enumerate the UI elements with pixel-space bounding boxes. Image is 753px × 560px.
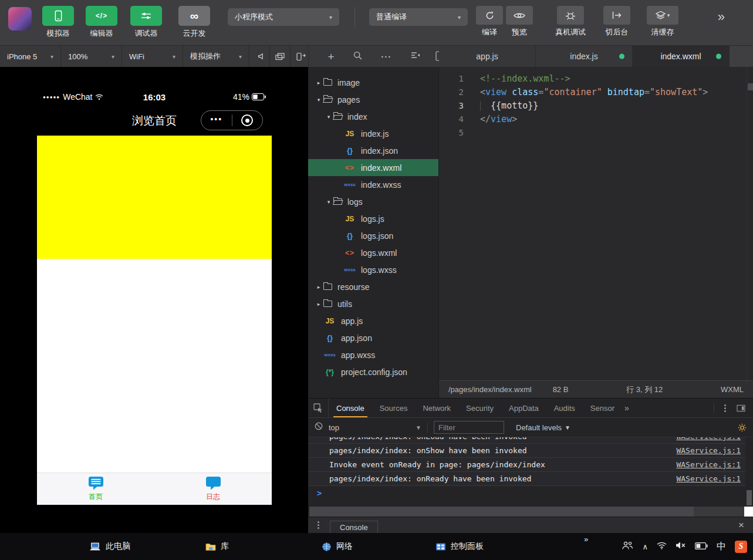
close-icon[interactable]: ×	[738, 520, 744, 530]
folder-icon	[205, 542, 216, 551]
mode-dropdown[interactable]: 小程序模式 ▾	[228, 8, 339, 26]
cloud-dev-button[interactable]: ∞ 云开发	[178, 6, 210, 39]
close-miniprogram-button[interactable]	[232, 114, 263, 126]
devtools-tab-sources[interactable]: Sources	[372, 399, 416, 417]
tree-more-button[interactable]: ···	[381, 52, 391, 62]
background-switch-button[interactable]: 切后台	[603, 6, 630, 38]
compile-mode-dropdown[interactable]: 普通编译 ▾	[369, 8, 468, 26]
toolbar-more-chevron[interactable]: »	[718, 11, 725, 23]
dock-side-button[interactable]	[737, 404, 745, 412]
compile-button[interactable]: 编译	[476, 6, 503, 38]
console-vertical-scrollbar[interactable]	[747, 490, 752, 505]
user-avatar[interactable]	[8, 7, 32, 31]
remote-debug-button[interactable]: 真机调试	[555, 6, 586, 38]
tab-home[interactable]: 首页	[37, 473, 154, 505]
device-dropdown[interactable]: iPhone 5 ▾	[0, 46, 60, 67]
tab-index-wxml[interactable]: index.wxml	[633, 46, 730, 67]
taskbar-this-pc[interactable]: 此电脑	[89, 533, 130, 560]
console-source-link[interactable]: WAService.js:1	[676, 474, 741, 483]
tree-item-app-json[interactable]: {}app.json	[308, 329, 438, 346]
devtools-tab-appdata[interactable]: AppData	[501, 399, 546, 417]
clear-cache-button[interactable]: ▾ 清缓存	[647, 6, 678, 38]
console-source-link[interactable]: WAService.js:1	[676, 460, 741, 469]
console-filter-input[interactable]	[434, 421, 504, 434]
tree-item-logs-js[interactable]: JSlogs.js	[308, 210, 438, 227]
code-line-1[interactable]: 1<!--index.wxml-->	[439, 72, 753, 86]
tree-item-index-wxss[interactable]: wxssindex.wxss	[308, 176, 438, 193]
simulate-actions-dropdown[interactable]: 模拟操作 ▾	[183, 46, 249, 67]
tree-item-index-json[interactable]: {}index.json	[308, 142, 438, 159]
tree-item-resourse[interactable]: ▸resourse	[308, 278, 438, 295]
code-line-4[interactable]: 4</view>	[439, 113, 753, 126]
search-files-button[interactable]	[353, 51, 362, 62]
inspect-element-button[interactable]	[308, 399, 329, 417]
devtools-menu-button[interactable]	[724, 404, 726, 412]
tabs-overflow-chevron[interactable]: »	[624, 403, 629, 413]
tree-item-index-js[interactable]: JSindex.js	[308, 125, 438, 142]
tree-item-index-wxml[interactable]: <>index.wxml	[308, 159, 438, 176]
hidden-icons-chevron[interactable]: ∧	[642, 542, 648, 551]
rotate-device-button[interactable]	[291, 46, 308, 67]
console-settings-button[interactable]	[738, 423, 747, 432]
drawer-console-tab[interactable]: Console	[330, 521, 378, 534]
tree-item-utils[interactable]: ▸utils	[308, 295, 438, 312]
simulator-button[interactable]: 模拟器	[42, 6, 74, 39]
multi-window-button[interactable]	[270, 46, 290, 67]
tree-item-logs-wxml[interactable]: <>logs.wxml	[308, 244, 438, 261]
taskbar-network[interactable]: 网络	[322, 533, 353, 560]
tree-item-app-js[interactable]: JSapp.js	[308, 312, 438, 329]
execution-context-dropdown[interactable]: top ▼	[329, 423, 421, 432]
people-icon[interactable]	[622, 541, 633, 552]
devtools-tab-network[interactable]: Network	[415, 399, 458, 417]
sogou-input-icon[interactable]: S	[735, 541, 747, 553]
tree-item-pages[interactable]: ▾pages	[308, 91, 438, 108]
console-prompt[interactable]: >	[308, 486, 745, 500]
collapse-all-button[interactable]	[411, 51, 420, 62]
new-file-button[interactable]: +	[327, 51, 334, 62]
tab-app-js[interactable]: app.js	[439, 46, 536, 67]
zoom-dropdown[interactable]: 100% ▾	[61, 46, 121, 67]
ime-indicator[interactable]: 中	[717, 541, 726, 553]
scrollbar-thumb[interactable]	[309, 507, 694, 517]
code-area[interactable]: 1<!--index.wxml-->2<view class="containe…	[439, 67, 753, 380]
taskbar-control-panel[interactable]: 控制面板	[435, 533, 484, 560]
debugger-button[interactable]: 调试器	[130, 6, 162, 39]
sound-toggle-button[interactable]	[249, 46, 269, 67]
code-line-3[interactable]: 3 {{motto}}	[439, 99, 753, 113]
tab-index-js[interactable]: index.js	[536, 46, 633, 67]
preview-button[interactable]: 预览	[506, 6, 533, 38]
code-line-2[interactable]: 2<view class="container" bindtap="showTe…	[439, 86, 753, 99]
console-source-link[interactable]: WAService.js:1	[676, 446, 741, 455]
editor-scrollbar[interactable]	[747, 67, 753, 380]
tree-item-app-wxss[interactable]: wxssapp.wxss	[308, 346, 438, 363]
log-levels-dropdown[interactable]: Default levels ▼	[516, 423, 570, 432]
editor-button[interactable]: </> 编辑器	[86, 6, 117, 39]
tray-wifi-icon[interactable]	[657, 541, 667, 552]
muted-speaker-icon[interactable]	[676, 541, 686, 552]
devtools-tab-console[interactable]: Console	[329, 399, 372, 417]
devtools-tab-audits[interactable]: Audits	[546, 399, 583, 417]
tree-item-logs[interactable]: ▾logs	[308, 193, 438, 210]
tree-item-image[interactable]: ▸image	[308, 74, 438, 91]
more-menu-button[interactable]: •••	[201, 114, 232, 127]
console-horizontal-scrollbar[interactable]	[309, 507, 744, 517]
tab-home-label: 首页	[89, 492, 103, 502]
taskbar-library[interactable]: 库	[205, 533, 229, 560]
network-dropdown[interactable]: WiFi ▾	[122, 46, 183, 67]
drawer-menu-button[interactable]	[318, 521, 319, 529]
console-source-link[interactable]: WAService.js:1	[676, 437, 741, 441]
tree-item-logs-json[interactable]: {}logs.json	[308, 227, 438, 244]
tray-battery-icon[interactable]	[695, 541, 708, 552]
taskbar-overflow-chevron[interactable]: »	[584, 535, 588, 544]
page-content-yellow-block[interactable]	[37, 136, 272, 259]
devtools-tab-sensor[interactable]: Sensor	[583, 399, 622, 417]
tab-logs[interactable]: 日志	[154, 473, 272, 505]
scrollbar-thumb[interactable]	[748, 83, 753, 90]
devtools-tab-security[interactable]: Security	[458, 399, 501, 417]
code-line-5[interactable]: 5	[439, 126, 753, 140]
tree-item-project-config-json[interactable]: {*}project.config.json	[308, 363, 438, 380]
tree-item-logs-wxss[interactable]: wxsslogs.wxss	[308, 261, 438, 278]
language-mode-label[interactable]: WXML	[721, 385, 744, 394]
clear-console-button[interactable]	[315, 422, 323, 433]
tree-item-index[interactable]: ▾index	[308, 108, 438, 125]
